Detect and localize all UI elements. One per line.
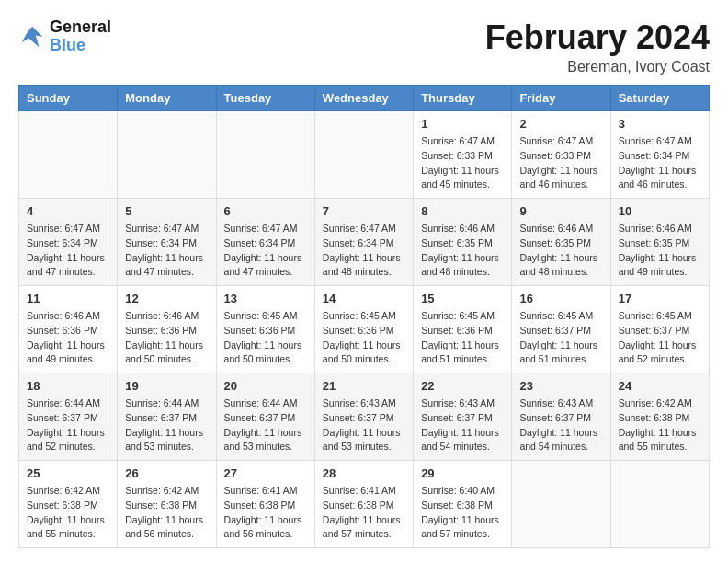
day-number: 1 bbox=[421, 117, 504, 131]
calendar-week-1: 1Sunrise: 6:47 AM Sunset: 6:33 PM Daylig… bbox=[19, 111, 710, 199]
day-number: 20 bbox=[224, 379, 307, 393]
day-info: Sunrise: 6:44 AM Sunset: 6:37 PM Dayligh… bbox=[224, 396, 307, 454]
calendar-cell: 6Sunrise: 6:47 AM Sunset: 6:34 PM Daylig… bbox=[216, 199, 314, 286]
day-number: 25 bbox=[27, 466, 109, 480]
day-number: 21 bbox=[323, 379, 405, 393]
calendar-week-4: 18Sunrise: 6:44 AM Sunset: 6:37 PM Dayli… bbox=[19, 373, 710, 461]
day-number: 6 bbox=[224, 204, 307, 218]
day-number: 3 bbox=[619, 117, 701, 131]
day-info: Sunrise: 6:42 AM Sunset: 6:38 PM Dayligh… bbox=[125, 484, 208, 542]
day-number: 17 bbox=[619, 292, 701, 305]
svg-marker-0 bbox=[22, 27, 43, 48]
day-number: 28 bbox=[323, 466, 405, 480]
day-info: Sunrise: 6:44 AM Sunset: 6:37 PM Dayligh… bbox=[27, 396, 109, 454]
calendar-cell: 27Sunrise: 6:41 AM Sunset: 6:38 PM Dayli… bbox=[216, 461, 314, 548]
day-number: 12 bbox=[125, 292, 208, 305]
day-info: Sunrise: 6:46 AM Sunset: 6:36 PM Dayligh… bbox=[125, 309, 208, 367]
day-number: 11 bbox=[27, 292, 109, 305]
page-header: General Blue February 2024 Bereman, Ivor… bbox=[18, 18, 710, 75]
day-number: 7 bbox=[323, 204, 405, 218]
calendar-cell: 17Sunrise: 6:45 AM Sunset: 6:37 PM Dayli… bbox=[610, 286, 709, 373]
day-number: 13 bbox=[224, 292, 307, 305]
calendar-cell: 7Sunrise: 6:47 AM Sunset: 6:34 PM Daylig… bbox=[314, 199, 413, 286]
subtitle: Bereman, Ivory Coast bbox=[485, 59, 710, 75]
day-info: Sunrise: 6:46 AM Sunset: 6:36 PM Dayligh… bbox=[27, 309, 109, 367]
calendar-cell: 12Sunrise: 6:46 AM Sunset: 6:36 PM Dayli… bbox=[118, 286, 216, 373]
calendar-cell: 15Sunrise: 6:45 AM Sunset: 6:36 PM Dayli… bbox=[414, 286, 512, 373]
column-header-friday: Friday bbox=[512, 86, 610, 111]
calendar-cell: 13Sunrise: 6:45 AM Sunset: 6:36 PM Dayli… bbox=[216, 286, 314, 373]
column-header-wednesday: Wednesday bbox=[314, 86, 413, 111]
day-number: 22 bbox=[421, 379, 504, 393]
day-number: 19 bbox=[125, 379, 208, 393]
day-info: Sunrise: 6:42 AM Sunset: 6:38 PM Dayligh… bbox=[27, 484, 109, 542]
day-info: Sunrise: 6:43 AM Sunset: 6:37 PM Dayligh… bbox=[519, 396, 602, 454]
day-info: Sunrise: 6:47 AM Sunset: 6:34 PM Dayligh… bbox=[27, 222, 109, 280]
day-info: Sunrise: 6:44 AM Sunset: 6:37 PM Dayligh… bbox=[125, 396, 208, 454]
calendar-cell: 14Sunrise: 6:45 AM Sunset: 6:36 PM Dayli… bbox=[314, 286, 413, 373]
day-info: Sunrise: 6:40 AM Sunset: 6:38 PM Dayligh… bbox=[421, 484, 504, 542]
day-info: Sunrise: 6:46 AM Sunset: 6:35 PM Dayligh… bbox=[421, 222, 504, 280]
calendar-cell: 23Sunrise: 6:43 AM Sunset: 6:37 PM Dayli… bbox=[512, 373, 610, 461]
calendar-cell: 9Sunrise: 6:46 AM Sunset: 6:35 PM Daylig… bbox=[512, 199, 610, 286]
day-info: Sunrise: 6:45 AM Sunset: 6:37 PM Dayligh… bbox=[519, 309, 602, 367]
logo-text: General Blue bbox=[50, 18, 111, 55]
day-number: 29 bbox=[421, 466, 504, 480]
calendar-cell: 24Sunrise: 6:42 AM Sunset: 6:38 PM Dayli… bbox=[610, 373, 709, 461]
day-info: Sunrise: 6:45 AM Sunset: 6:36 PM Dayligh… bbox=[224, 309, 307, 367]
calendar-header-row: SundayMondayTuesdayWednesdayThursdayFrid… bbox=[19, 86, 710, 111]
day-number: 24 bbox=[619, 379, 701, 393]
calendar-cell: 19Sunrise: 6:44 AM Sunset: 6:37 PM Dayli… bbox=[118, 373, 216, 461]
calendar-cell bbox=[610, 461, 709, 548]
column-header-sunday: Sunday bbox=[19, 86, 118, 111]
day-info: Sunrise: 6:45 AM Sunset: 6:36 PM Dayligh… bbox=[323, 309, 405, 367]
day-info: Sunrise: 6:47 AM Sunset: 6:34 PM Dayligh… bbox=[323, 222, 405, 280]
day-number: 14 bbox=[323, 292, 405, 305]
day-info: Sunrise: 6:46 AM Sunset: 6:35 PM Dayligh… bbox=[519, 222, 602, 280]
day-number: 2 bbox=[519, 117, 602, 131]
column-header-tuesday: Tuesday bbox=[216, 86, 314, 111]
day-number: 27 bbox=[224, 466, 307, 480]
day-info: Sunrise: 6:45 AM Sunset: 6:37 PM Dayligh… bbox=[619, 309, 701, 367]
day-info: Sunrise: 6:43 AM Sunset: 6:37 PM Dayligh… bbox=[421, 396, 504, 454]
calendar-table: SundayMondayTuesdayWednesdayThursdayFrid… bbox=[18, 85, 710, 548]
calendar-cell: 20Sunrise: 6:44 AM Sunset: 6:37 PM Dayli… bbox=[216, 373, 314, 461]
day-info: Sunrise: 6:47 AM Sunset: 6:34 PM Dayligh… bbox=[224, 222, 307, 280]
calendar-cell: 25Sunrise: 6:42 AM Sunset: 6:38 PM Dayli… bbox=[19, 461, 118, 548]
calendar-cell: 11Sunrise: 6:46 AM Sunset: 6:36 PM Dayli… bbox=[19, 286, 118, 373]
day-info: Sunrise: 6:45 AM Sunset: 6:36 PM Dayligh… bbox=[421, 309, 504, 367]
calendar-cell: 28Sunrise: 6:41 AM Sunset: 6:38 PM Dayli… bbox=[314, 461, 413, 548]
day-number: 26 bbox=[125, 466, 208, 480]
calendar-cell: 21Sunrise: 6:43 AM Sunset: 6:37 PM Dayli… bbox=[314, 373, 413, 461]
day-info: Sunrise: 6:47 AM Sunset: 6:33 PM Dayligh… bbox=[421, 134, 504, 192]
day-info: Sunrise: 6:41 AM Sunset: 6:38 PM Dayligh… bbox=[323, 484, 405, 542]
day-info: Sunrise: 6:43 AM Sunset: 6:37 PM Dayligh… bbox=[323, 396, 405, 454]
day-number: 4 bbox=[27, 204, 109, 218]
calendar-cell: 8Sunrise: 6:46 AM Sunset: 6:35 PM Daylig… bbox=[414, 199, 512, 286]
day-info: Sunrise: 6:47 AM Sunset: 6:33 PM Dayligh… bbox=[519, 134, 602, 192]
calendar-cell: 3Sunrise: 6:47 AM Sunset: 6:34 PM Daylig… bbox=[610, 111, 709, 199]
calendar-cell: 22Sunrise: 6:43 AM Sunset: 6:37 PM Dayli… bbox=[414, 373, 512, 461]
day-info: Sunrise: 6:46 AM Sunset: 6:35 PM Dayligh… bbox=[619, 222, 701, 280]
logo-icon bbox=[18, 23, 46, 51]
day-number: 15 bbox=[421, 292, 504, 305]
calendar-cell: 10Sunrise: 6:46 AM Sunset: 6:35 PM Dayli… bbox=[610, 199, 709, 286]
calendar-cell: 18Sunrise: 6:44 AM Sunset: 6:37 PM Dayli… bbox=[19, 373, 118, 461]
calendar-cell: 5Sunrise: 6:47 AM Sunset: 6:34 PM Daylig… bbox=[118, 199, 216, 286]
calendar-week-5: 25Sunrise: 6:42 AM Sunset: 6:38 PM Dayli… bbox=[19, 461, 710, 548]
day-number: 9 bbox=[519, 204, 602, 218]
day-number: 23 bbox=[519, 379, 602, 393]
day-number: 10 bbox=[619, 204, 701, 218]
calendar-cell: 1Sunrise: 6:47 AM Sunset: 6:33 PM Daylig… bbox=[414, 111, 512, 199]
day-info: Sunrise: 6:47 AM Sunset: 6:34 PM Dayligh… bbox=[125, 222, 208, 280]
day-number: 16 bbox=[519, 292, 602, 305]
main-title: February 2024 bbox=[485, 18, 710, 57]
calendar-cell bbox=[314, 111, 413, 199]
day-number: 18 bbox=[27, 379, 109, 393]
calendar-cell: 26Sunrise: 6:42 AM Sunset: 6:38 PM Dayli… bbox=[118, 461, 216, 548]
calendar-cell bbox=[216, 111, 314, 199]
column-header-saturday: Saturday bbox=[610, 86, 709, 111]
logo: General Blue bbox=[18, 18, 111, 55]
calendar-week-2: 4Sunrise: 6:47 AM Sunset: 6:34 PM Daylig… bbox=[19, 199, 710, 286]
calendar-cell bbox=[19, 111, 118, 199]
